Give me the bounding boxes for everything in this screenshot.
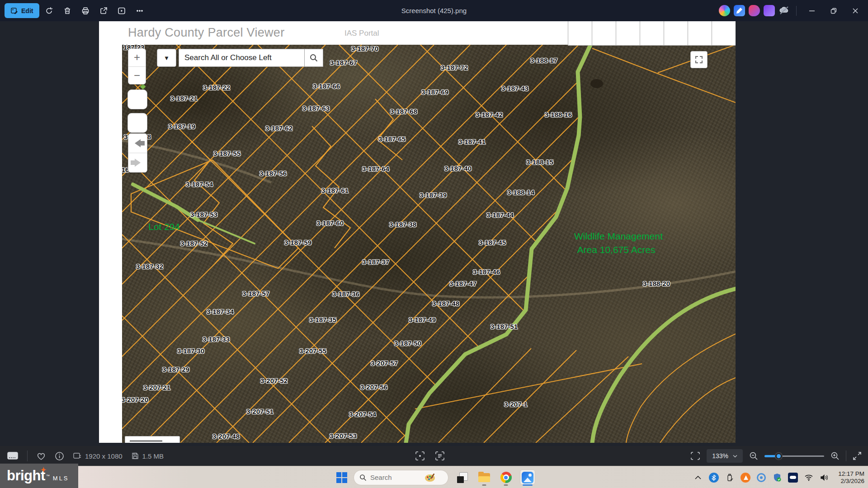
visual-search-button[interactable] <box>415 451 425 461</box>
print-button[interactable] <box>77 3 94 19</box>
edit-button[interactable]: Edit <box>5 3 39 18</box>
photos-app-icon <box>522 472 533 483</box>
text-actions-button[interactable] <box>435 451 445 461</box>
file-info-button[interactable] <box>55 451 64 461</box>
wifi-icon <box>804 474 813 481</box>
slideshow-button[interactable] <box>113 3 130 19</box>
save-icon <box>132 452 139 460</box>
zoom-widget: + − <box>128 48 146 84</box>
zoom-in-button[interactable] <box>830 451 840 460</box>
map-tool-button-1[interactable] <box>127 89 147 109</box>
clock-date: 2/3/2026 <box>838 478 864 485</box>
titlebar-divider <box>796 6 797 16</box>
clipchamp-icon[interactable] <box>764 5 775 16</box>
close-button[interactable] <box>846 3 864 19</box>
title-bar: Edit <box>0 0 868 21</box>
zoom-slider-thumb[interactable] <box>775 453 782 460</box>
search-icon <box>309 53 318 62</box>
avast-tray-icon[interactable] <box>741 473 750 483</box>
green-notes: Lot 294Wildlife ManagementArea 10,675 Ac… <box>122 45 736 443</box>
map-canvas[interactable]: 187-233-187-703-187-673-187-723-188-173-… <box>122 45 736 443</box>
map-annotation: Wildlife Management <box>574 231 663 242</box>
taskbar-item-explorer[interactable] <box>476 469 492 487</box>
chrome-icon <box>500 472 512 483</box>
taskbar-search-input[interactable] <box>370 474 420 481</box>
wifi-tray-icon[interactable] <box>804 473 814 483</box>
trash-icon <box>63 7 71 15</box>
zoom-slider[interactable] <box>764 453 824 459</box>
teamviewer-tray-icon[interactable] <box>788 473 798 483</box>
teamviewer-icon <box>788 473 798 483</box>
usb-device-tray-icon[interactable] <box>725 473 735 483</box>
scale-bar <box>125 436 180 443</box>
watermark-brand: bright✦ <box>7 468 45 484</box>
map-annotation: Area 10,675 Acres <box>577 244 656 255</box>
bluetooth-tray-icon[interactable] <box>709 473 719 483</box>
next-extent-button[interactable] <box>128 153 147 172</box>
start-button[interactable] <box>336 472 347 483</box>
restore-button[interactable] <box>825 3 843 19</box>
header-toolbar-cells <box>568 21 736 46</box>
task-view-icon <box>457 472 468 483</box>
zoom-level-value: 133% <box>712 452 728 460</box>
chevron-down-icon <box>733 455 737 458</box>
titlebar-actions: Edit <box>0 3 148 19</box>
designer-icon[interactable] <box>749 5 760 16</box>
image-dimensions: 868 x 488 <box>73 452 123 460</box>
image-editor-icon[interactable] <box>734 5 745 16</box>
favorite-button[interactable] <box>37 452 46 460</box>
map-annotation: Lot 294 <box>148 221 180 232</box>
map-fullscreen-button[interactable] <box>690 51 708 68</box>
taskbar-item-chrome[interactable] <box>498 469 514 487</box>
map-search-bar: ▼ <box>157 49 323 67</box>
statusbar-right: 133% <box>690 449 862 463</box>
taskbar-item-taskview[interactable] <box>455 469 470 487</box>
clock-time: 12:17 PM <box>838 470 864 478</box>
volume-tray-icon[interactable] <box>820 473 830 483</box>
screen: Edit <box>0 0 868 488</box>
pencil-glyph-icon <box>734 5 745 16</box>
usb-icon <box>726 474 733 482</box>
fit-to-window-button[interactable] <box>690 451 700 460</box>
windows-security-tray-icon[interactable] <box>772 473 782 483</box>
running-indicator <box>504 484 508 486</box>
onedrive-paused-icon[interactable] <box>778 5 790 16</box>
edit-button-label: Edit <box>21 7 33 14</box>
status-bar: 868 x 488 1.5 MB <box>0 446 868 466</box>
search-layer-dropdown[interactable]: ▼ <box>157 49 176 67</box>
copilot-icon[interactable] <box>719 5 730 16</box>
search-input[interactable] <box>179 49 304 67</box>
extent-nav-widget <box>128 133 147 173</box>
rotate-button[interactable] <box>41 3 57 19</box>
dimensions-icon <box>73 452 81 460</box>
taskbar-item-photos[interactable] <box>520 469 535 487</box>
map-tool-button-2[interactable] <box>127 113 147 133</box>
text-actions-icon <box>435 451 445 461</box>
search-icon <box>359 474 367 481</box>
zoom-out-button[interactable]: − <box>128 67 146 84</box>
watermark-tm: ™ <box>46 474 50 478</box>
viewed-photo[interactable]: Hardy County Parcel Viewer IAS Portal <box>99 21 736 443</box>
minimize-button[interactable] <box>803 3 821 19</box>
more-options-button[interactable] <box>132 3 148 19</box>
statusbar-center <box>415 451 445 461</box>
zoom-level-dropdown[interactable]: 133% <box>707 449 743 463</box>
filmstrip-toggle-button[interactable] <box>7 452 18 460</box>
taskbar-search[interactable] <box>354 470 448 485</box>
statusbar-divider <box>27 450 28 461</box>
back-arrow-icon <box>135 139 141 147</box>
edit-image-icon <box>11 7 18 14</box>
search-go-button[interactable] <box>304 49 323 67</box>
delete-button[interactable] <box>59 3 75 19</box>
cloud-slash-icon <box>778 5 790 16</box>
zoom-in-button[interactable]: + <box>128 49 146 67</box>
system-tray: 12:17 PM 2/3/2026 <box>693 466 864 488</box>
target-app-tray-icon[interactable] <box>756 473 766 483</box>
zoom-out-button[interactable] <box>749 451 758 460</box>
ellipsis-icon <box>136 7 144 15</box>
fullscreen-view-button[interactable] <box>853 451 862 460</box>
share-button[interactable] <box>95 3 112 19</box>
previous-extent-button[interactable] <box>128 134 147 153</box>
taskbar-clock[interactable]: 12:17 PM 2/3/2026 <box>835 470 864 485</box>
tray-overflow-button[interactable] <box>693 473 703 483</box>
